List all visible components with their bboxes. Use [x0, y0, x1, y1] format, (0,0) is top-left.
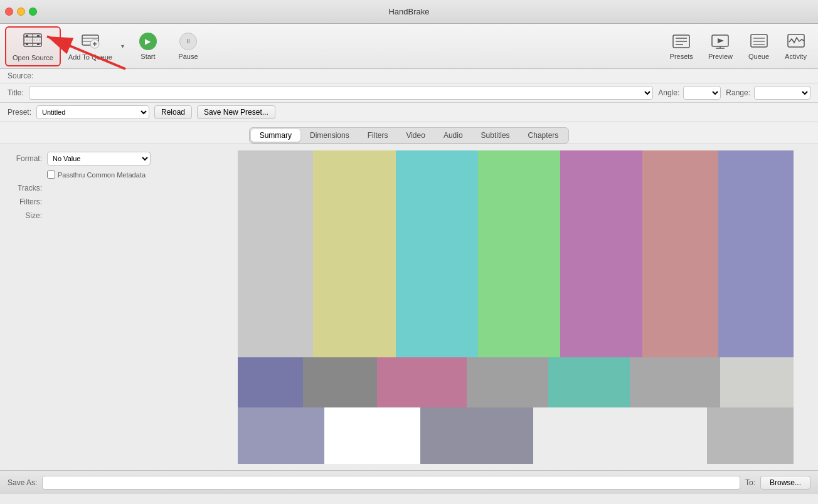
svg-marker-20	[718, 38, 724, 43]
pause-button[interactable]: ⏸ Pause	[169, 28, 207, 65]
mosaic-cell	[560, 150, 642, 357]
add-to-queue-label: Add To Queue	[68, 53, 112, 61]
presets-icon	[672, 33, 691, 50]
open-source-label: Open Source	[13, 54, 53, 61]
titlebar: HandBrake	[0, 0, 818, 24]
left-panel: Format: No Value Passthru Common Metadat…	[0, 144, 213, 470]
close-button[interactable]	[5, 8, 13, 16]
tabs-group: Summary Dimensions Filters Video Audio S…	[249, 127, 570, 144]
app-title: HandBrake	[388, 7, 429, 16]
tab-audio[interactable]: Audio	[435, 129, 472, 142]
queue-button[interactable]: Queue	[741, 29, 776, 64]
angle-label: Angle:	[658, 88, 679, 97]
svg-rect-3	[26, 35, 28, 37]
mosaic-cell	[377, 357, 467, 407]
start-label: Start	[141, 53, 155, 60]
pause-icon: ⏸	[179, 33, 197, 50]
mosaic-cell	[548, 357, 630, 407]
tab-dimensions[interactable]: Dimensions	[301, 129, 358, 142]
svg-rect-5	[26, 43, 28, 45]
mosaic-cell	[238, 357, 303, 407]
filters-label: Filters:	[8, 197, 42, 206]
add-to-queue-dropdown[interactable]: ▾	[119, 30, 127, 63]
mosaic-cell	[533, 407, 620, 464]
add-to-queue-button[interactable]: Add To Queue	[63, 28, 117, 65]
add-to-queue-group: Add To Queue ▾	[63, 28, 127, 65]
mosaic-cell	[478, 150, 560, 357]
maximize-button[interactable]	[29, 8, 37, 16]
tab-summary[interactable]: Summary	[251, 129, 300, 142]
preview-label: Preview	[708, 53, 733, 60]
mosaic-cell	[396, 150, 478, 357]
toolbar: Open Source Add To Queue ▾	[0, 24, 818, 69]
tracks-row: Tracks:	[8, 184, 206, 192]
mosaic-container	[238, 150, 794, 464]
start-button[interactable]: ▶ Start	[129, 28, 167, 65]
format-label: Format:	[8, 154, 42, 163]
source-row: Source:	[0, 69, 818, 83]
film-icon	[23, 31, 43, 51]
format-row: Format: No Value	[8, 152, 206, 165]
save-new-preset-button[interactable]: Save New Preset...	[197, 105, 275, 119]
preview-icon	[711, 33, 730, 50]
save-as-input[interactable]	[42, 476, 740, 490]
activity-label: Activity	[785, 53, 807, 60]
preview-button[interactable]: Preview	[702, 29, 739, 64]
queue-icon	[750, 33, 768, 50]
format-select[interactable]: No Value	[47, 152, 151, 165]
range-select[interactable]	[754, 86, 810, 100]
angle-select[interactable]	[683, 86, 721, 100]
tab-subtitles[interactable]: Subtitles	[472, 129, 519, 142]
svg-rect-4	[37, 35, 40, 37]
mosaic-cell	[238, 150, 313, 357]
to-label: To:	[745, 478, 755, 487]
preset-label: Preset:	[8, 108, 31, 117]
tab-video[interactable]: Video	[397, 129, 433, 142]
traffic-lights	[5, 8, 37, 16]
size-row: Size:	[8, 211, 206, 220]
activity-button[interactable]: Activity	[778, 29, 813, 64]
play-icon: ▶	[139, 33, 157, 50]
passthru-checkbox[interactable]	[47, 171, 55, 179]
mosaic-cell	[420, 407, 533, 464]
tabs-bar: Summary Dimensions Filters Video Audio S…	[0, 122, 818, 144]
browse-button[interactable]: Browse...	[760, 476, 810, 490]
title-select[interactable]	[29, 86, 654, 100]
queue-label: Queue	[748, 53, 769, 60]
range-label: Range:	[726, 88, 750, 97]
reload-button[interactable]: Reload	[154, 105, 192, 119]
mosaic-cell	[313, 150, 395, 357]
title-row: Title: Angle: Range:	[0, 83, 818, 103]
tracks-label: Tracks:	[8, 184, 42, 192]
source-label: Source:	[8, 71, 33, 80]
mosaic-row-2	[238, 357, 794, 407]
content-panel: Format: No Value Passthru Common Metadat…	[0, 144, 818, 470]
save-as-label: Save As:	[8, 478, 37, 487]
mosaic-cell	[720, 357, 794, 407]
pause-label: Pause	[178, 53, 198, 60]
bottom-bar: Save As: To: Browse...	[0, 470, 818, 494]
passthru-row: Passthru Common Metadata	[47, 171, 206, 179]
mosaic-cell	[238, 407, 324, 464]
preview-area	[213, 144, 818, 470]
filters-row: Filters:	[8, 197, 206, 206]
mosaic-cell	[467, 357, 548, 407]
mosaic-row-1	[238, 150, 794, 357]
open-source-button[interactable]: Open Source	[5, 26, 61, 66]
tab-filters[interactable]: Filters	[359, 129, 397, 142]
tab-chapters[interactable]: Chapters	[519, 129, 568, 142]
mosaic-cell	[718, 150, 794, 357]
passthru-label: Passthru Common Metadata	[58, 171, 146, 179]
size-label: Size:	[8, 211, 42, 220]
activity-icon	[787, 33, 805, 50]
mosaic-cell	[324, 407, 420, 464]
minimize-button[interactable]	[17, 8, 25, 16]
mosaic-cell	[642, 150, 718, 357]
presets-button[interactable]: Presets	[664, 29, 699, 64]
preset-row: Preset: Untitled Reload Save New Preset.…	[0, 103, 818, 122]
mosaic-cell	[620, 407, 706, 464]
svg-rect-6	[37, 43, 40, 45]
title-label: Title:	[8, 88, 24, 97]
presets-label: Presets	[670, 53, 693, 60]
preset-select[interactable]: Untitled	[36, 105, 149, 119]
